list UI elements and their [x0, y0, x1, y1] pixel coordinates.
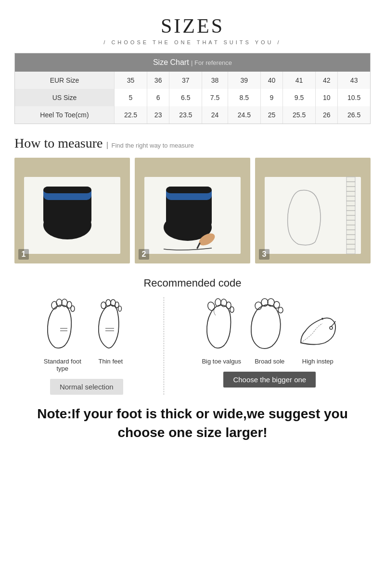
size-cell: 6 [147, 89, 169, 106]
size-cell: 25 [260, 106, 282, 124]
bigger-selection-group: Big toe valgus [164, 297, 371, 388]
high-instep-item: High instep [296, 297, 339, 365]
svg-point-43 [207, 301, 216, 312]
big-toe-valgus-icon [200, 297, 243, 355]
size-cell: 8.5 [228, 89, 260, 106]
size-cell: 43 [338, 72, 370, 89]
step-number-3: 3 [259, 249, 270, 260]
size-chart: Size Chart | For reference EUR Size35363… [14, 53, 371, 124]
photo-step-2: 2 [135, 158, 250, 263]
size-table: EUR Size353637383940414243US Size566.57.… [15, 72, 370, 124]
svg-point-44 [215, 299, 221, 306]
broad-sole-icon [248, 297, 291, 355]
size-cell: 10 [316, 89, 338, 106]
note-section: Note:If your foot is thick or wide,we su… [14, 404, 371, 442]
svg-point-40 [118, 306, 121, 312]
normal-selection-badge: Normal selection [50, 379, 123, 395]
size-cell: 5 [114, 89, 147, 106]
size-cell: 6.5 [169, 89, 202, 106]
how-subtitle: Find the right way to measure [107, 142, 194, 149]
size-cell: 9.5 [283, 89, 316, 106]
size-cell: 42 [316, 72, 338, 89]
high-instep-label: High instep [302, 358, 334, 365]
size-chart-title: Size Chart [153, 58, 189, 66]
size-cell: 26 [316, 106, 338, 124]
size-cell: 37 [169, 72, 202, 89]
svg-point-51 [274, 301, 280, 308]
photos-row: 1 2 [14, 158, 371, 263]
size-cell: 41 [283, 72, 316, 89]
sizes-title: SIZES [10, 14, 375, 38]
bigger-selection-badge: Choose the bigger one [223, 372, 316, 388]
size-cell: 10.5 [338, 89, 370, 106]
size-cell: 35 [114, 72, 147, 89]
size-cell: 24.5 [228, 106, 260, 124]
svg-rect-4 [43, 187, 91, 193]
svg-rect-9 [166, 187, 212, 193]
size-cell: 38 [202, 72, 228, 89]
how-title-row: How to measure Find the right way to mea… [14, 136, 371, 151]
size-cell: 7.5 [202, 89, 228, 106]
size-cell: 23 [147, 106, 169, 124]
recommended-section: Recommended code [14, 277, 371, 395]
svg-point-36 [101, 302, 106, 309]
standard-foot-item: Standard foot type [41, 297, 84, 372]
sizes-subtitle: / CHOOSE THE ONE THAT SUITS YOU / [10, 39, 375, 45]
recommended-title: Recommended code [14, 277, 371, 289]
step-number-1: 1 [18, 249, 29, 260]
size-chart-reference: | For reference [191, 59, 232, 66]
size-chart-header: Size Chart | For reference [15, 53, 370, 72]
svg-point-47 [230, 307, 234, 313]
svg-point-37 [106, 300, 111, 306]
photo-step-1: 1 [14, 158, 130, 263]
size-cell: 22.5 [114, 106, 147, 124]
big-toe-valgus-item: Big toe valgus [200, 297, 243, 365]
how-title: How to measure [14, 136, 103, 151]
broad-sole-item: Broad sole [248, 297, 291, 365]
size-row-label: US Size [15, 89, 114, 106]
note-text: Note:If your foot is thick or wide,we su… [14, 404, 371, 442]
size-row-label: Heel To Toe(cm) [15, 106, 114, 124]
size-cell: 26.5 [338, 106, 370, 124]
normal-selection-group: Standard foot type [14, 297, 164, 395]
size-row-label: EUR Size [15, 72, 114, 89]
foot-types-row: Standard foot type [14, 297, 371, 395]
big-toe-valgus-label: Big toe valgus [202, 358, 241, 365]
thin-feet-item: Thin feet [89, 297, 132, 372]
size-cell: 36 [147, 72, 169, 89]
size-cell: 23.5 [169, 106, 202, 124]
step-number-2: 2 [139, 249, 149, 260]
size-cell: 24 [202, 106, 228, 124]
thin-feet-icon [89, 297, 132, 355]
normal-feet-icons: Standard foot type [41, 297, 132, 372]
how-to-measure-section: How to measure Find the right way to mea… [14, 136, 371, 263]
bigger-feet-icons: Big toe valgus [200, 297, 339, 365]
broad-sole-label: Broad sole [255, 358, 284, 365]
size-cell: 9 [260, 89, 282, 106]
size-cell: 25.5 [283, 106, 316, 124]
standard-foot-icon [41, 297, 84, 355]
standard-foot-label: Standard foot type [41, 358, 84, 372]
svg-point-33 [71, 306, 75, 312]
size-cell: 39 [228, 72, 260, 89]
thin-feet-label: Thin feet [98, 358, 123, 365]
svg-point-54 [321, 318, 323, 320]
sizes-header: SIZES / CHOOSE THE ONE THAT SUITS YOU / [10, 14, 375, 45]
photo-step-3: 3 [255, 158, 371, 263]
svg-point-52 [278, 307, 283, 313]
size-cell: 40 [260, 72, 282, 89]
page-container: SIZES / CHOOSE THE ONE THAT SUITS YOU / … [0, 0, 385, 461]
high-instep-icon [296, 297, 339, 355]
